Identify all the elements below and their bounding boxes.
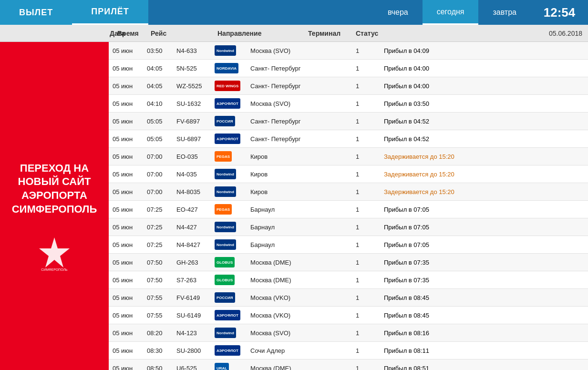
cell-date: 05 июн (109, 241, 143, 248)
table-row[interactable]: 05 июн 07:50 S7-263 GLOBUS Москва (DME) … (109, 271, 588, 289)
cell-flight: U6-525 (173, 365, 211, 370)
cell-status: Прибыл в 08:45 (380, 312, 588, 319)
table-row[interactable]: 05 июн 08:50 U6-525 URAL Москва (DME) 1 … (109, 360, 588, 370)
cell-direction: Москва (SVO) (247, 47, 335, 54)
airline-logo: Nordwind (215, 239, 236, 250)
table-row[interactable]: 05 июн 07:00 EO-035 PEGAS Киров 1 Задерж… (109, 148, 588, 165)
cell-flight: N4-633 (173, 47, 211, 54)
cell-status: Прибыл в 07:05 (380, 224, 588, 231)
cell-time: 04:05 (143, 65, 173, 72)
cell-terminal: 1 (335, 294, 380, 301)
airline-logo: АЭРОФЛОТ (215, 98, 240, 109)
table-row[interactable]: 05 июн 07:50 GH-263 GLOBUS Москва (DME) … (109, 254, 588, 271)
cell-logo: Nordwind (211, 222, 247, 232)
table-row[interactable]: 05 июн 07:55 SU-6149 АЭРОФЛОТ Москва (VK… (109, 307, 588, 324)
table-row[interactable]: 05 июн 07:55 FV-6149 РОССИЯ Москва (VKO)… (109, 289, 588, 307)
table-row[interactable]: 05 июн 07:25 N4-427 Nordwind Барнаул 1 П… (109, 218, 588, 236)
btn-tomorrow[interactable]: завтра (478, 0, 531, 25)
col-header-flight: Рейс (147, 30, 214, 37)
cell-date: 05 июн (109, 47, 143, 54)
cell-direction: Барнаул (247, 224, 335, 231)
col-header-time: Время (113, 30, 147, 37)
cell-status: Задерживается до 15:20 (380, 188, 588, 195)
tab-departure[interactable]: ВЫЛЕТ (0, 0, 72, 25)
airline-logo: PEGAS (215, 151, 232, 162)
cell-terminal: 1 (335, 365, 380, 370)
airline-logo: РОССИЯ (215, 116, 235, 126)
cell-flight: S7-263 (173, 277, 211, 284)
cell-time: 07:55 (143, 294, 173, 301)
table-row[interactable]: 05 июн 08:30 SU-2800 АЭРОФЛОТ Сочи Адлер… (109, 342, 588, 360)
cell-date: 05 июн (109, 135, 143, 143)
table-row[interactable]: 05 июн 04:05 5N-525 NORDAVIA Санкт- Пете… (109, 60, 588, 77)
table-row[interactable]: 05 июн 05:05 FV-6897 РОССИЯ Санкт- Петер… (109, 113, 588, 130)
cell-status: Прибыл в 04:52 (380, 118, 588, 125)
cell-logo: URAL (211, 363, 247, 370)
cell-logo: РОССИЯ (211, 116, 247, 126)
cell-terminal: 1 (335, 259, 380, 266)
cell-time: 07:00 (143, 171, 173, 178)
table-row[interactable]: 05 июн 07:25 EO-427 PEGAS Барнаул 1 Приб… (109, 201, 588, 218)
cell-status: Прибыл в 03:50 (380, 100, 588, 107)
cell-direction: Барнаул (247, 241, 335, 248)
cell-terminal: 1 (335, 347, 380, 354)
cell-flight: WZ-5525 (173, 82, 211, 90)
cell-logo: АЭРОФЛОТ (211, 345, 247, 356)
table-row[interactable]: 05 июн 07:00 N4-8035 Nordwind Киров 1 За… (109, 183, 588, 201)
cell-terminal: 1 (335, 312, 380, 319)
cell-direction: Киров (247, 171, 335, 178)
cell-direction: Москва (SVO) (247, 329, 335, 337)
cell-time: 07:00 (143, 188, 173, 195)
btn-yesterday[interactable]: вчера (373, 0, 423, 25)
cell-flight: FV-6897 (173, 118, 211, 125)
cell-date: 05 июн (109, 188, 143, 195)
cell-date: 05 июн (109, 312, 143, 319)
cell-status: Прибыл в 08:16 (380, 329, 588, 337)
cell-status: Прибыл в 08:51 (380, 365, 588, 370)
table-row[interactable]: 05 июн 03:50 N4-633 Nordwind Москва (SVO… (109, 42, 588, 60)
cell-logo: АЭРОФЛОТ (211, 98, 247, 109)
table-row[interactable]: 05 июн 07:25 N4-8427 Nordwind Барнаул 1 … (109, 236, 588, 254)
cell-direction: Санкт- Петербург (247, 135, 335, 143)
cell-direction: Киров (247, 153, 335, 160)
cell-date: 05 июн (109, 259, 143, 266)
main-content: ПЕРЕХОД НА НОВЫЙ САЙТ АЭРОПОРТА СИМФЕРОП… (0, 42, 588, 370)
table-row[interactable]: 05 июн 05:05 SU-6897 АЭРОФЛОТ Санкт- Пет… (109, 130, 588, 148)
sidebar-ad[interactable]: ПЕРЕХОД НА НОВЫЙ САЙТ АЭРОПОРТА СИМФЕРОП… (0, 42, 109, 370)
cell-time: 07:25 (143, 241, 173, 248)
cell-terminal: 1 (335, 118, 380, 125)
cell-date: 05 июн (109, 65, 143, 72)
table-row[interactable]: 05 июн 04:05 WZ-5525 RED WINGS Санкт- Пе… (109, 77, 588, 95)
tab-arrival[interactable]: ПРИЛЁТ (72, 0, 148, 25)
cell-terminal: 1 (335, 206, 380, 213)
cell-status: Прибыл в 04:00 (380, 82, 588, 90)
airline-logo: АЭРОФЛОТ (215, 310, 240, 320)
cell-status: Задерживается до 15:20 (380, 171, 588, 178)
cell-flight: EO-427 (173, 206, 211, 213)
cell-logo: PEGAS (211, 204, 247, 215)
cell-flight: SU-6149 (173, 312, 211, 319)
cell-flight: FV-6149 (173, 294, 211, 301)
cell-flight: N4-035 (173, 171, 211, 178)
cell-terminal: 1 (335, 224, 380, 231)
airline-logo: Nordwind (215, 169, 236, 179)
cell-direction: Санкт- Петербург (247, 118, 335, 125)
table-row[interactable]: 05 июн 08:20 N4-123 Nordwind Москва (SVO… (109, 324, 588, 342)
cell-time: 04:05 (143, 82, 173, 90)
cell-direction: Санкт- Петербург (247, 65, 335, 72)
cell-status: Прибыл в 04:09 (380, 47, 588, 54)
table-row[interactable]: 05 июн 04:10 SU-1632 АЭРОФЛОТ Москва (SV… (109, 95, 588, 113)
cell-date: 05 июн (109, 294, 143, 301)
airline-logo: Nordwind (215, 222, 236, 232)
cell-time: 03:50 (143, 47, 173, 54)
cell-terminal: 1 (335, 65, 380, 72)
cell-date: 05 июн (109, 329, 143, 337)
cell-logo: Nordwind (211, 169, 247, 179)
btn-today[interactable]: сегодня (423, 0, 479, 25)
col-header-direction: Направление (214, 30, 304, 37)
table-row[interactable]: 05 июн 07:00 N4-035 Nordwind Киров 1 Зад… (109, 165, 588, 183)
cell-time: 07:50 (143, 259, 173, 266)
svg-marker-0 (39, 237, 70, 267)
cell-direction: Москва (VKO) (247, 294, 335, 301)
cell-logo: GLOBUS (211, 257, 247, 267)
